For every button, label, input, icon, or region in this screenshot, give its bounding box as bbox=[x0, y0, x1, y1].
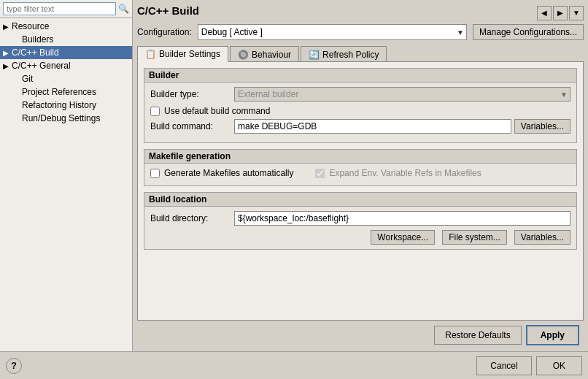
cancel-button[interactable]: Cancel bbox=[476, 356, 531, 375]
use-default-checkbox[interactable] bbox=[150, 107, 160, 116]
sidebar-item-run-debug[interactable]: Run/Debug Settings bbox=[0, 112, 132, 125]
help-button[interactable]: ? bbox=[6, 358, 22, 374]
behaviour-icon: 🔘 bbox=[238, 50, 249, 60]
generate-makefiles-row: Generate Makefiles automatically Expand … bbox=[150, 168, 570, 178]
builder-settings-icon: 📋 bbox=[145, 49, 156, 59]
sidebar-item-project-refs[interactable]: Project References bbox=[0, 85, 132, 99]
build-directory-row: Build directory: bbox=[150, 211, 570, 226]
footer: ? Cancel OK bbox=[0, 351, 588, 379]
tab-refresh-policy-label: Refresh Policy bbox=[322, 50, 379, 60]
builder-section-header: Builder bbox=[144, 69, 576, 83]
bottom-row: Restore Defaults Apply bbox=[137, 321, 584, 347]
sidebar-item-builders[interactable]: Builders bbox=[0, 33, 132, 46]
config-row: Configuration: Debug [ Active ] Manage C… bbox=[137, 24, 584, 40]
sidebar: 🔍 ▶ Resource Builders ▶ C/C++ Build ▶ C/… bbox=[0, 0, 133, 351]
tab-refresh-policy[interactable]: 🔄 Refresh Policy bbox=[301, 46, 387, 62]
config-select[interactable]: Debug [ Active ] bbox=[198, 24, 467, 40]
main-content: 🔍 ▶ Resource Builders ▶ C/C++ Build ▶ C/… bbox=[0, 0, 588, 351]
sidebar-item-refactoring[interactable]: Refactoring History bbox=[0, 99, 132, 112]
builder-section: Builder Builder type: External builder bbox=[144, 68, 577, 143]
nav-forward-button[interactable]: ▶ bbox=[553, 6, 568, 20]
workspace-button[interactable]: Workspace... bbox=[371, 230, 435, 245]
builder-type-select[interactable]: External builder bbox=[234, 87, 570, 102]
footer-right: Cancel OK bbox=[476, 356, 582, 375]
generate-makefiles-label: Generate Makefiles automatically bbox=[164, 168, 293, 178]
use-default-row: Use default build command bbox=[150, 106, 570, 116]
tab-behaviour-label: Behaviour bbox=[252, 50, 291, 60]
build-command-row: Build command: Variables... bbox=[150, 119, 570, 134]
build-command-input[interactable] bbox=[234, 119, 511, 134]
build-location-header: Build location bbox=[144, 193, 576, 207]
ok-button[interactable]: OK bbox=[536, 356, 582, 375]
builder-section-body: Builder type: External builder Use defau… bbox=[144, 83, 576, 142]
build-command-variables-button[interactable]: Variables... bbox=[514, 119, 570, 134]
panel-title: C/C++ Build bbox=[137, 4, 199, 17]
build-location-body: Build directory: Workspace... File syste… bbox=[144, 207, 576, 249]
sidebar-item-git[interactable]: Git bbox=[0, 72, 132, 85]
nav-back-button[interactable]: ◀ bbox=[537, 6, 552, 20]
tab-behaviour[interactable]: 🔘 Behaviour bbox=[230, 46, 299, 62]
apply-button[interactable]: Apply bbox=[526, 325, 579, 345]
tab-builder-settings[interactable]: 📋 Builder Settings bbox=[137, 46, 228, 62]
build-location-section: Build location Build directory: Workspac… bbox=[144, 192, 577, 250]
sidebar-tree: ▶ Resource Builders ▶ C/C++ Build ▶ C/C+… bbox=[0, 18, 132, 351]
nav-menu-button[interactable]: ▼ bbox=[569, 6, 584, 20]
use-default-label: Use default build command bbox=[164, 106, 270, 116]
config-label: Configuration: bbox=[137, 27, 192, 37]
build-command-label: Build command: bbox=[150, 121, 234, 131]
sidebar-item-cpp-build[interactable]: ▶ C/C++ Build bbox=[0, 46, 132, 59]
filter-input[interactable] bbox=[3, 2, 116, 15]
expand-arrow: ▶ bbox=[3, 23, 12, 31]
right-panel: C/C++ Build ◀ ▶ ▼ Configuration: Debug [… bbox=[133, 0, 588, 351]
refresh-icon: 🔄 bbox=[309, 50, 320, 60]
filter-bar: 🔍 bbox=[0, 0, 132, 18]
location-buttons: Workspace... File system... Variables... bbox=[150, 230, 570, 245]
restore-defaults-button[interactable]: Restore Defaults bbox=[434, 326, 521, 345]
generate-makefiles-checkbox[interactable] bbox=[150, 169, 160, 178]
file-system-button[interactable]: File system... bbox=[442, 230, 507, 245]
manage-configurations-button[interactable]: Manage Configurations... bbox=[473, 24, 584, 40]
footer-left: ? bbox=[6, 358, 22, 374]
makefile-section: Makefile generation Generate Makefiles a… bbox=[144, 149, 577, 186]
location-variables-button[interactable]: Variables... bbox=[514, 230, 570, 245]
tab-builder-settings-label: Builder Settings bbox=[159, 49, 220, 59]
builder-type-wrapper: External builder bbox=[234, 87, 570, 102]
build-directory-label: Build directory: bbox=[150, 213, 234, 223]
makefile-section-header: Makefile generation bbox=[144, 150, 576, 164]
config-select-wrapper: Debug [ Active ] bbox=[198, 24, 467, 40]
build-directory-input[interactable] bbox=[234, 211, 570, 226]
tabs-row: 📋 Builder Settings 🔘 Behaviour 🔄 Refresh… bbox=[137, 46, 584, 62]
expand-arrow: ▶ bbox=[3, 62, 12, 70]
builder-type-label: Builder type: bbox=[150, 89, 234, 99]
builder-type-row: Builder type: External builder bbox=[150, 87, 570, 102]
expand-arrow: ▶ bbox=[3, 49, 12, 57]
expand-refs-checkbox bbox=[315, 169, 325, 178]
sidebar-item-cpp-general[interactable]: ▶ C/C++ General bbox=[0, 59, 132, 72]
makefile-section-body: Generate Makefiles automatically Expand … bbox=[144, 164, 576, 185]
settings-panel: Builder Builder type: External builder bbox=[137, 61, 584, 321]
filter-icon[interactable]: 🔍 bbox=[118, 4, 129, 14]
nav-arrows: ◀ ▶ ▼ bbox=[537, 6, 584, 20]
sidebar-item-resource[interactable]: ▶ Resource bbox=[0, 20, 132, 33]
expand-refs-label: Expand Env. Variable Refs in Makefiles bbox=[329, 168, 481, 178]
